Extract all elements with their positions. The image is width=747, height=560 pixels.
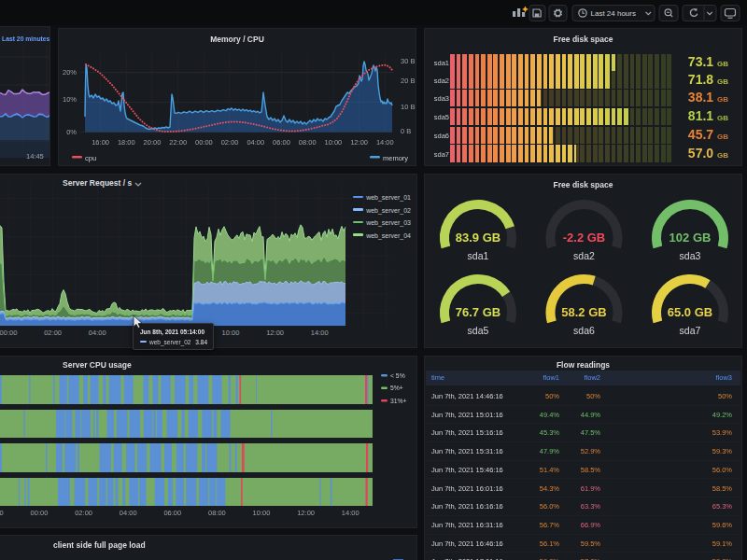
- svg-text:sda1: sda1: [468, 250, 489, 261]
- svg-text:20:00: 20:00: [144, 138, 162, 147]
- svg-text:14:00: 14:00: [342, 509, 359, 517]
- svg-text:76.7 GB: 76.7 GB: [456, 305, 500, 319]
- svg-text:16:00: 16:00: [92, 138, 109, 147]
- svg-text:sda6: sda6: [573, 325, 595, 336]
- svg-text:-2.2 GB: -2.2 GB: [563, 231, 606, 245]
- svg-text:0 B: 0 B: [401, 127, 411, 135]
- svg-text:10:00: 10:00: [222, 329, 240, 337]
- svg-text:20 B: 20 B: [401, 77, 415, 85]
- svg-text:12:00: 12:00: [266, 329, 284, 337]
- svg-text:10%: 10%: [63, 95, 77, 104]
- svg-text:sda5: sda5: [468, 325, 489, 336]
- svg-text:83.9 GB: 83.9 GB: [456, 231, 500, 245]
- svg-text:58.2 GB: 58.2 GB: [561, 305, 606, 319]
- svg-text:12:00: 12:00: [350, 138, 368, 147]
- svg-text:06:00: 06:00: [273, 138, 290, 147]
- svg-text:5%+: 5%+: [390, 385, 403, 391]
- svg-text:22:00: 22:00: [0, 509, 4, 517]
- svg-text:14:00: 14:00: [311, 329, 329, 337]
- svg-text:12:00: 12:00: [297, 509, 315, 517]
- svg-text:08:00: 08:00: [299, 138, 317, 147]
- svg-text:02:00: 02:00: [221, 138, 239, 147]
- svg-text:30 B: 30 B: [401, 57, 415, 65]
- svg-text:cpu: cpu: [85, 154, 96, 162]
- svg-text:memory: memory: [383, 154, 408, 162]
- svg-text:sda7: sda7: [680, 325, 701, 336]
- svg-text:04:00: 04:00: [120, 509, 137, 517]
- svg-text:22:00: 22:00: [169, 138, 187, 147]
- svg-text:65.0 GB: 65.0 GB: [668, 305, 712, 319]
- svg-text:sda2: sda2: [573, 250, 595, 261]
- svg-text:00:00: 00:00: [31, 509, 49, 517]
- svg-text:08:00: 08:00: [208, 509, 226, 517]
- svg-text:14:45: 14:45: [26, 152, 44, 161]
- svg-text:02:00: 02:00: [75, 509, 92, 517]
- svg-text:10:00: 10:00: [253, 509, 271, 517]
- svg-text:00:00: 00:00: [195, 138, 213, 147]
- svg-text:10 B: 10 B: [401, 103, 415, 111]
- svg-text:20%: 20%: [63, 68, 77, 77]
- svg-text:04:00: 04:00: [89, 329, 106, 337]
- svg-text:Last 24 hours: Last 24 hours: [591, 9, 636, 18]
- svg-text:06:00: 06:00: [163, 509, 181, 517]
- svg-text:18:00: 18:00: [118, 138, 135, 147]
- svg-text:< 5%: < 5%: [390, 372, 405, 379]
- svg-text:14:00: 14:00: [376, 138, 394, 147]
- svg-text:00:00: 00:00: [0, 329, 17, 337]
- svg-text:102 GB: 102 GB: [669, 231, 712, 245]
- svg-text:02:00: 02:00: [44, 329, 62, 337]
- svg-text:sda3: sda3: [680, 250, 701, 261]
- svg-text:10:00: 10:00: [325, 138, 343, 147]
- svg-text:31%+: 31%+: [390, 398, 407, 404]
- svg-text:04:00: 04:00: [247, 138, 264, 147]
- svg-text:0%: 0%: [66, 128, 77, 136]
